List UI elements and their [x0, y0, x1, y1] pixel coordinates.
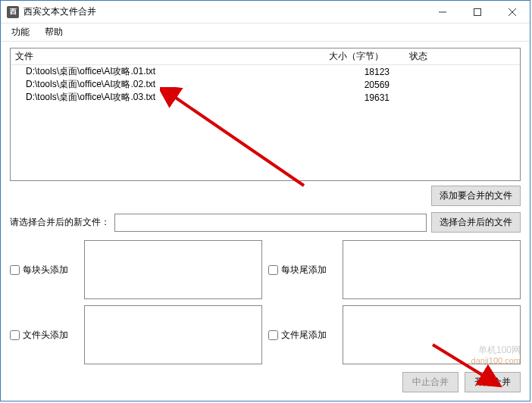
output-path-input[interactable]: [114, 214, 427, 232]
block-head-checkbox[interactable]: [10, 265, 20, 275]
app-window: 西 西宾文本文件合并 功能 帮助 文件 大小（字节） 状态: [0, 0, 530, 401]
file-head-label: 文件头添加: [23, 329, 68, 342]
bottom-buttons: 中止合并 开始合并: [10, 372, 521, 392]
menu-function[interactable]: 功能: [4, 23, 37, 41]
file-tail-label: 文件尾添加: [281, 329, 327, 342]
block-head-textarea[interactable]: [84, 240, 262, 299]
options-grid: 每块头添加 每块尾添加 文件头添加 文件尾添加: [10, 240, 521, 364]
cell-size: 20569: [329, 80, 405, 90]
output-label: 请选择合并后的新文件：: [10, 216, 110, 229]
add-row: 添加要合并的文件: [10, 186, 521, 206]
block-tail-checkbox[interactable]: [268, 265, 278, 275]
block-head-checkbox-wrap[interactable]: 每块头添加: [10, 264, 78, 276]
start-merge-button[interactable]: 开始合并: [465, 372, 521, 392]
cell-file: D:\tools\桌面\office\AI攻略.01.txt: [11, 65, 329, 78]
file-tail-textarea[interactable]: [343, 305, 521, 364]
cell-file: D:\tools\桌面\office\AI攻略.03.txt: [11, 91, 329, 104]
content-area: 文件 大小（字节） 状态 D:\tools\桌面\office\AI攻略.01.…: [1, 42, 530, 401]
file-tail-checkbox[interactable]: [268, 330, 278, 340]
stop-merge-button[interactable]: 中止合并: [402, 372, 458, 392]
block-tail-textarea[interactable]: [343, 240, 521, 299]
file-list[interactable]: 文件 大小（字节） 状态 D:\tools\桌面\office\AI攻略.01.…: [10, 48, 521, 181]
svg-rect-1: [474, 8, 481, 15]
add-files-button[interactable]: 添加要合并的文件: [431, 186, 521, 206]
cell-size: 19631: [329, 92, 405, 103]
table-row[interactable]: D:\tools\桌面\office\AI攻略.02.txt 20569: [11, 78, 520, 91]
file-list-header: 文件 大小（字节） 状态: [11, 48, 520, 65]
minimize-button[interactable]: [425, 1, 460, 23]
window-controls: [425, 1, 530, 23]
cell-file: D:\tools\桌面\office\AI攻略.02.txt: [11, 78, 329, 91]
col-header-file[interactable]: 文件: [11, 50, 329, 63]
col-header-size[interactable]: 大小（字节）: [329, 50, 405, 63]
cell-size: 18123: [329, 67, 405, 77]
close-button[interactable]: [495, 1, 530, 23]
menubar: 功能 帮助: [1, 23, 530, 42]
choose-output-button[interactable]: 选择合并后的文件: [431, 212, 521, 233]
block-tail-checkbox-wrap[interactable]: 每块尾添加: [268, 264, 336, 276]
table-row[interactable]: D:\tools\桌面\office\AI攻略.03.txt 19631: [11, 91, 520, 104]
file-head-checkbox-wrap[interactable]: 文件头添加: [10, 329, 78, 342]
output-row: 请选择合并后的新文件： 选择合并后的文件: [10, 212, 521, 233]
file-list-body: D:\tools\桌面\office\AI攻略.01.txt 18123 D:\…: [11, 65, 520, 180]
app-icon: 西: [7, 6, 19, 18]
block-head-label: 每块头添加: [23, 264, 68, 276]
col-header-status[interactable]: 状态: [405, 50, 520, 63]
window-title: 西宾文本文件合并: [23, 5, 425, 18]
file-head-textarea[interactable]: [84, 305, 262, 364]
maximize-button[interactable]: [460, 1, 495, 23]
file-head-checkbox[interactable]: [10, 330, 20, 340]
file-tail-checkbox-wrap[interactable]: 文件尾添加: [268, 329, 336, 342]
titlebar: 西 西宾文本文件合并: [1, 1, 530, 23]
menu-help[interactable]: 帮助: [37, 23, 70, 41]
table-row[interactable]: D:\tools\桌面\office\AI攻略.01.txt 18123: [11, 65, 520, 78]
block-tail-label: 每块尾添加: [281, 264, 327, 276]
